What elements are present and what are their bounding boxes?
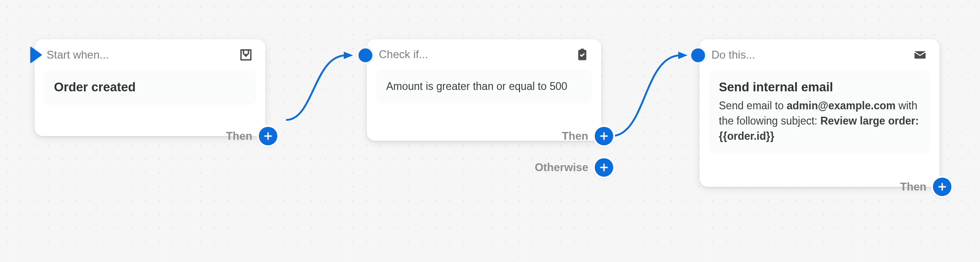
connector-condition-to-action [600, 32, 706, 152]
action-email: admin@example.com [787, 100, 896, 112]
workflow-canvas[interactable]: Start when... Order created Then Check i… [0, 0, 980, 262]
condition-header: Check if... [367, 39, 601, 66]
action-node[interactable]: Do this... Send internal email Send emai… [699, 39, 939, 187]
connector-trigger-to-condition [272, 32, 369, 138]
trigger-header-label: Start when... [47, 48, 109, 61]
svg-rect-4 [580, 49, 584, 51]
add-step-button[interactable] [933, 178, 951, 196]
condition-body: Amount is greater than or equal to 500 [376, 70, 592, 103]
mail-icon [913, 48, 927, 62]
condition-then-branch: Then [562, 127, 613, 145]
trigger-node[interactable]: Start when... Order created Then [35, 39, 265, 136]
trigger-body: Order created [44, 71, 256, 105]
trigger-header: Start when... [35, 39, 265, 67]
svg-rect-5 [914, 51, 926, 59]
condition-node[interactable]: Check if... Amount is greater than or eq… [367, 39, 601, 141]
trigger-title: Order created [54, 80, 246, 95]
action-header-label: Do this... [711, 48, 755, 61]
action-body: Send internal email Send email to admin@… [709, 71, 930, 154]
svg-marker-0 [344, 52, 353, 59]
branch-label: Otherwise [535, 161, 588, 174]
clipboard-check-icon [575, 48, 589, 61]
branch-label: Then [562, 130, 588, 143]
add-step-button[interactable] [595, 127, 613, 145]
branch-label: Then [226, 130, 252, 143]
condition-header-label: Check if... [379, 48, 428, 61]
action-header: Do this... [699, 39, 939, 67]
add-step-button[interactable] [259, 127, 277, 145]
action-then-branch: Then [900, 178, 951, 196]
branch-label: Then [900, 180, 926, 193]
inbox-icon [239, 48, 253, 62]
svg-marker-1 [678, 52, 687, 59]
action-desc-prefix: Send email to [719, 100, 787, 112]
condition-otherwise-branch: Otherwise [535, 158, 613, 177]
condition-description: Amount is greater than or equal to 500 [386, 79, 582, 94]
add-step-button[interactable] [595, 158, 613, 177]
trigger-then-branch: Then [226, 127, 277, 145]
action-description: Send email to admin@example.com with the… [719, 98, 920, 144]
action-title: Send internal email [719, 80, 920, 95]
